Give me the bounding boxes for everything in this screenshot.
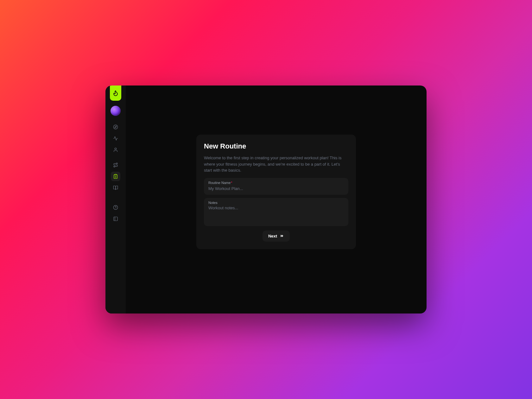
- svg-rect-8: [114, 217, 117, 221]
- flame-icon: [112, 90, 119, 96]
- clipboard-icon: [113, 174, 118, 179]
- svg-marker-1: [115, 126, 117, 128]
- svg-marker-11: [282, 235, 283, 237]
- sidebar-item-route[interactable]: [111, 160, 120, 170]
- sidebar-item-toggle[interactable]: [111, 214, 120, 224]
- sidebar: [105, 86, 126, 314]
- book-icon: [113, 185, 118, 190]
- next-button-label: Next: [268, 234, 277, 238]
- required-indicator: *: [231, 181, 232, 185]
- sidebar-item-help[interactable]: [111, 203, 120, 212]
- notes-input[interactable]: [208, 206, 344, 221]
- svg-marker-10: [281, 235, 282, 237]
- svg-point-6: [113, 205, 117, 209]
- svg-rect-5: [115, 174, 116, 175]
- app-window: New Routine Welcome to the first step in…: [105, 86, 427, 314]
- routine-name-label-text: Routine Name: [208, 181, 231, 185]
- avatar[interactable]: [111, 106, 121, 116]
- user-icon: [113, 147, 118, 152]
- notes-label-text: Notes: [208, 201, 218, 205]
- card-description: Welcome to the first step in creating yo…: [204, 155, 348, 174]
- compass-icon: [113, 124, 118, 130]
- notes-label: Notes: [208, 201, 344, 205]
- main-content: New Routine Welcome to the first step in…: [126, 86, 427, 314]
- notes-field[interactable]: Notes: [204, 198, 348, 226]
- activity-icon: [113, 136, 118, 141]
- svg-point-0: [113, 125, 117, 129]
- sidebar-item-compass[interactable]: [111, 122, 120, 132]
- routine-name-input[interactable]: [208, 186, 344, 191]
- fast-forward-icon: [280, 234, 284, 238]
- sidebar-item-user[interactable]: [111, 145, 120, 155]
- nav-list: [111, 122, 120, 224]
- card-title: New Routine: [204, 142, 348, 150]
- routine-name-label: Routine Name *: [208, 181, 344, 185]
- route-icon: [113, 162, 118, 168]
- sidebar-toggle-icon: [113, 216, 118, 221]
- next-button[interactable]: Next: [263, 231, 290, 242]
- sidebar-item-clipboard[interactable]: [111, 172, 120, 181]
- svg-point-2: [115, 148, 116, 149]
- sidebar-item-book[interactable]: [111, 183, 120, 193]
- new-routine-card: New Routine Welcome to the first step in…: [196, 135, 356, 249]
- help-icon: [113, 205, 118, 210]
- sidebar-item-activity[interactable]: [111, 134, 120, 143]
- button-row: Next: [204, 231, 348, 242]
- logo[interactable]: [110, 86, 121, 101]
- routine-name-field[interactable]: Routine Name *: [204, 178, 348, 195]
